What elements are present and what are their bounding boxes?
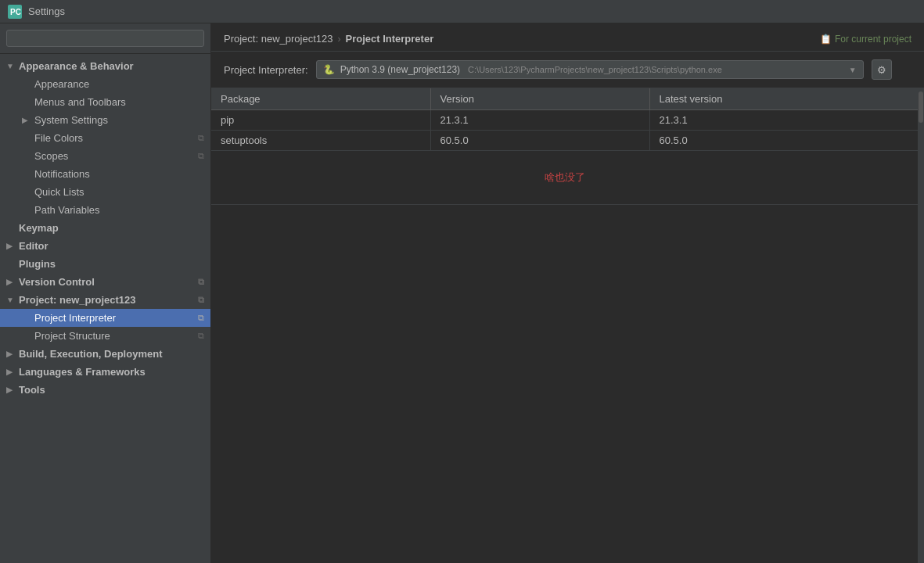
col-header-package: Package	[211, 88, 430, 110]
cell-version: 60.5.0	[430, 131, 649, 151]
sidebar-item-label: Languages & Frameworks	[19, 366, 146, 378]
content-header: Project: new_project123 › Project Interp…	[211, 23, 924, 52]
sidebar-item-project[interactable]: ▼ Project: new_project123 ⧉	[0, 291, 210, 309]
table-header-row: Package Version Latest version	[211, 88, 918, 110]
sidebar-item-label: Project: new_project123	[19, 294, 136, 306]
sidebar: 🔍 ▼ Appearance & Behavior Appearance Men…	[0, 23, 211, 563]
breadcrumb-separator: ›	[337, 34, 340, 45]
for-current-project-icon: 📋	[820, 34, 832, 45]
expand-arrow: ▶	[6, 278, 17, 286]
copy-icon: ⧉	[198, 151, 204, 161]
cell-latest: 21.3.1	[649, 110, 918, 131]
content-area: Package Version Latest version pip 21.3.…	[211, 88, 924, 563]
gear-button[interactable]: ⚙	[872, 59, 892, 80]
window-title: Settings	[28, 5, 65, 17]
expand-arrow: ▶	[22, 116, 33, 124]
app-icon: PC	[8, 5, 22, 19]
sidebar-item-keymap[interactable]: Keymap	[0, 219, 210, 237]
sidebar-item-project-interpreter[interactable]: Project Interpreter ⧉	[0, 309, 210, 327]
interpreter-label: Project Interpreter:	[224, 64, 308, 76]
gear-icon: ⚙	[877, 64, 886, 76]
copy-icon: ⧉	[198, 133, 204, 143]
col-header-version: Version	[430, 88, 649, 110]
sidebar-item-label: Project Structure	[34, 330, 110, 342]
sidebar-item-label: Appearance & Behavior	[19, 60, 134, 72]
expand-arrow: ▼	[6, 296, 17, 304]
sidebar-item-system-settings[interactable]: ▶ System Settings	[0, 111, 210, 129]
svg-text:PC: PC	[10, 8, 21, 16]
sidebar-item-file-colors[interactable]: File Colors ⧉	[0, 129, 210, 147]
expand-arrow: ▶	[6, 350, 17, 358]
sidebar-item-label: Tools	[19, 384, 45, 396]
copy-icon: ⧉	[198, 313, 204, 323]
table-row[interactable]: setuptools 60.5.0 60.5.0	[211, 131, 918, 151]
sidebar-item-label: Project Interpreter	[34, 312, 116, 324]
sidebar-item-label: Path Variables	[34, 204, 100, 216]
sidebar-item-project-structure[interactable]: Project Structure ⧉	[0, 327, 210, 345]
sidebar-item-plugins[interactable]: Plugins	[0, 255, 210, 273]
cell-latest: 60.5.0	[649, 131, 918, 151]
sidebar-item-menus-toolbars[interactable]: Menus and Toolbars	[0, 93, 210, 111]
interpreter-select[interactable]: 🐍 Python 3.9 (new_project123) C:\Users\1…	[316, 60, 864, 79]
cell-package: setuptools	[211, 131, 430, 151]
expand-arrow: ▼	[6, 62, 17, 70]
sidebar-item-label: Quick Lists	[34, 186, 84, 198]
sidebar-item-label: Notifications	[34, 168, 90, 180]
sidebar-item-tools[interactable]: ▶ Tools	[0, 381, 210, 399]
packages-table-element: Package Version Latest version pip 21.3.…	[211, 88, 918, 205]
breadcrumb: Project: new_project123 › Project Interp…	[224, 33, 433, 45]
search-input[interactable]	[6, 30, 204, 47]
for-current-project-label: For current project	[835, 34, 911, 45]
breadcrumb-current: Project Interpreter	[345, 33, 433, 45]
cell-version: 21.3.1	[430, 110, 649, 131]
titlebar: PC Settings	[0, 0, 924, 23]
python-icon: 🐍	[323, 63, 336, 76]
empty-notice-row: 啥也没了	[211, 151, 918, 205]
scrollbar[interactable]	[918, 88, 924, 563]
search-box: 🔍	[0, 23, 210, 54]
sidebar-item-scopes[interactable]: Scopes ⧉	[0, 147, 210, 165]
sidebar-item-label: Menus and Toolbars	[34, 96, 126, 108]
table-header: Package Version Latest version	[211, 88, 918, 110]
breadcrumb-project[interactable]: Project: new_project123	[224, 33, 333, 45]
copy-icon: ⧉	[198, 277, 204, 287]
interpreter-name: Python 3.9 (new_project123)	[340, 64, 460, 75]
nav-tree: ▼ Appearance & Behavior Appearance Menus…	[0, 54, 210, 563]
table-body: pip 21.3.1 21.3.1 setuptools 60.5.0 60.5…	[211, 110, 918, 205]
sidebar-item-quick-lists[interactable]: Quick Lists	[0, 183, 210, 201]
empty-notice: 啥也没了	[221, 155, 908, 200]
sidebar-item-notifications[interactable]: Notifications	[0, 165, 210, 183]
sidebar-item-label: System Settings	[34, 114, 108, 126]
col-header-latest-version: Latest version	[649, 88, 918, 110]
expand-arrow: ▶	[6, 368, 17, 376]
sidebar-item-label: Scopes	[34, 150, 68, 162]
sidebar-item-path-variables[interactable]: Path Variables	[0, 201, 210, 219]
content-panel: Project: new_project123 › Project Interp…	[211, 23, 924, 563]
sidebar-item-label: Editor	[19, 240, 49, 252]
sidebar-item-label: Appearance	[34, 78, 89, 90]
sidebar-item-version-control[interactable]: ▶ Version Control ⧉	[0, 273, 210, 291]
sidebar-item-label: File Colors	[34, 132, 83, 144]
sidebar-item-label: Build, Execution, Deployment	[19, 348, 162, 360]
sidebar-item-appearance[interactable]: Appearance	[0, 75, 210, 93]
interpreter-row: Project Interpreter: 🐍 Python 3.9 (new_p…	[211, 52, 924, 88]
sidebar-item-languages-frameworks[interactable]: ▶ Languages & Frameworks	[0, 363, 210, 381]
main-container: 🔍 ▼ Appearance & Behavior Appearance Men…	[0, 23, 924, 563]
sidebar-item-build-execution[interactable]: ▶ Build, Execution, Deployment	[0, 345, 210, 363]
expand-arrow: ▶	[6, 242, 17, 250]
scrollbar-thumb[interactable]	[919, 91, 923, 123]
sidebar-item-appearance-behavior[interactable]: ▼ Appearance & Behavior	[0, 57, 210, 75]
table-row[interactable]: pip 21.3.1 21.3.1	[211, 110, 918, 131]
interpreter-select-text: 🐍 Python 3.9 (new_project123) C:\Users\1…	[323, 63, 722, 76]
dropdown-arrow-icon: ▼	[849, 66, 857, 74]
for-current-project[interactable]: 📋 For current project	[820, 34, 911, 45]
sidebar-item-label: Plugins	[19, 258, 56, 270]
copy-icon: ⧉	[198, 331, 204, 341]
copy-icon: ⧉	[198, 295, 204, 305]
sidebar-item-editor[interactable]: ▶ Editor	[0, 237, 210, 255]
interpreter-path: C:\Users\123\PycharmProjects\new_project…	[468, 65, 722, 74]
sidebar-item-label: Keymap	[19, 222, 59, 234]
expand-arrow: ▶	[6, 385, 17, 394]
cell-package: pip	[211, 110, 430, 131]
sidebar-item-label: Version Control	[19, 276, 95, 288]
